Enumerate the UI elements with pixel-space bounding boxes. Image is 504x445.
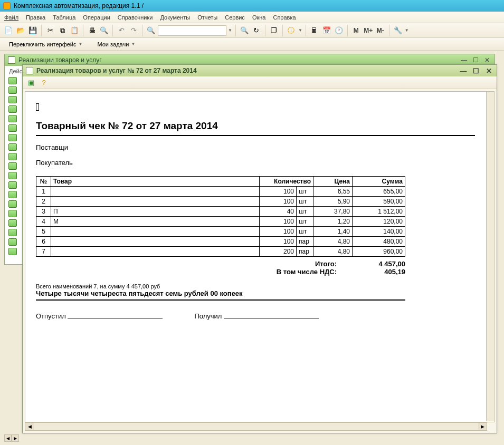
cell-unit: пар	[297, 237, 313, 247]
find-icon[interactable]: 🔍	[239, 25, 250, 36]
scroll-right-icon[interactable]: ▶	[478, 423, 487, 430]
paste-icon[interactable]: 📋	[69, 25, 80, 36]
receipt-toolbar: ▣ ?	[23, 76, 497, 89]
status-row-icon	[8, 153, 17, 160]
cell-num: 7	[36, 247, 51, 257]
search-input[interactable]	[158, 25, 226, 36]
cell-price: 4,80	[313, 237, 353, 247]
table-row: 6100пар4,80480,00	[36, 237, 405, 247]
window-sales-list-title: Реализации товаров и услуг	[18, 56, 102, 64]
table-row: 5100шт1,40140,00	[36, 227, 405, 237]
status-row-icon	[8, 86, 17, 94]
save-doc-icon[interactable]: ▣	[26, 78, 36, 88]
memory-mminus[interactable]: M-	[375, 25, 386, 36]
menu-operations[interactable]: Операции	[83, 14, 110, 21]
cell-product	[51, 237, 260, 247]
menu-windows[interactable]: Окна	[252, 14, 266, 21]
memory-mplus[interactable]: M+	[363, 25, 374, 36]
print-icon[interactable]: 🖶	[87, 25, 97, 36]
cell-sum: 140,00	[353, 227, 405, 237]
menu-documents[interactable]: Документы	[160, 14, 190, 21]
close-icon[interactable]: ✕	[483, 56, 491, 64]
scroll-left-icon[interactable]: ◀	[4, 434, 12, 442]
menubar: Файл Правка Таблица Операции Справочники…	[0, 12, 504, 23]
outer-hscroll[interactable]: ◀ ▶	[4, 434, 20, 442]
status-row-icon	[8, 181, 17, 189]
save-icon[interactable]: 💾	[27, 25, 38, 36]
status-row-icon	[8, 105, 17, 113]
summary-words: Четыре тысячи четыреста пятьдесят семь р…	[36, 289, 405, 301]
status-row-icon	[8, 124, 17, 132]
cut-icon[interactable]: ✂	[45, 25, 55, 36]
calc-icon[interactable]: 🖩	[309, 25, 320, 36]
scroll-right-icon[interactable]: ▶	[12, 434, 19, 442]
new-icon[interactable]: 📄	[3, 25, 14, 36]
total-value: 4 457,00	[353, 260, 405, 268]
tools-icon[interactable]: 🔧	[393, 25, 403, 36]
menu-references[interactable]: Справочники	[118, 14, 153, 21]
my-tasks-button[interactable]: Мои задачи▼	[92, 40, 140, 49]
open-icon[interactable]: 📂	[15, 25, 26, 36]
calendar-icon[interactable]: 📅	[321, 25, 332, 36]
vertical-scrollbar[interactable]	[486, 91, 495, 421]
status-row-icon	[8, 200, 17, 208]
redo-icon[interactable]: ↷	[128, 25, 139, 36]
minimize-icon[interactable]: —	[459, 67, 468, 74]
secondary-toolbar: Переключить интерфейс▼ Мои задачи▼	[0, 38, 504, 51]
cell-sum: 1 512,00	[353, 207, 405, 217]
copy-icon[interactable]: ⧉	[57, 25, 68, 36]
cell-num: 6	[36, 237, 51, 247]
status-row-icon	[8, 134, 17, 141]
window-receipt-header[interactable]: Реализация товаров и услуг № 72 от 27 ма…	[23, 65, 497, 76]
table-row: 4М100шт1,20120,00	[36, 217, 405, 227]
table-row: 3П40шт37,801 512,00	[36, 207, 405, 217]
cell-qty: 100	[260, 217, 297, 227]
received-sign-line	[224, 318, 319, 318]
preview-icon[interactable]: 🔍	[99, 25, 109, 36]
info-dropdown-icon[interactable]: ▼	[298, 28, 302, 33]
menu-reports[interactable]: Отчеты	[197, 14, 217, 21]
menu-service[interactable]: Сервис	[225, 14, 245, 21]
summary-block: Всего наименований 7, на сумму 4 457,00 …	[36, 283, 475, 301]
cell-unit: шт	[297, 217, 313, 227]
cell-num: 2	[36, 197, 51, 207]
close-icon[interactable]: ✕	[484, 67, 493, 74]
status-row-icon	[8, 219, 17, 227]
main-toolbar: 📄 📂 💾 ✂ ⧉ 📋 🖶 🔍 ↶ ↷ 🔍 ▼ 🔍 ↻ ❐ ⓘ ▼ 🖩 📅 🕐 …	[0, 23, 504, 38]
app-titlebar: Комплексная автоматизация, редакция 1.1 …	[0, 0, 504, 12]
status-row-icon	[8, 77, 17, 84]
zoom-icon[interactable]: 🔍	[146, 25, 156, 36]
undo-icon[interactable]: ↶	[116, 25, 127, 36]
clock-icon[interactable]: 🕐	[334, 25, 344, 36]
cell-qty: 100	[260, 197, 297, 207]
menu-help[interactable]: Справка	[273, 14, 296, 21]
col-sum: Сумма	[353, 177, 405, 187]
scroll-left-icon[interactable]: ◀	[25, 423, 34, 430]
document-page: Товарный чек № 72 от 27 марта 2014 Поста…	[25, 92, 494, 331]
total-label: Итого:	[315, 260, 337, 268]
cell-qty: 40	[260, 207, 297, 217]
menu-table[interactable]: Таблица	[53, 14, 75, 21]
cursor-mark	[36, 103, 39, 111]
refresh-icon[interactable]: ↻	[251, 25, 262, 36]
cell-unit: шт	[297, 207, 313, 217]
menu-file[interactable]: Файл	[4, 14, 18, 21]
maximize-icon[interactable]: ☐	[471, 56, 480, 64]
memory-m[interactable]: M	[351, 25, 362, 36]
windows-icon[interactable]: ❐	[269, 25, 279, 36]
status-row-icon	[8, 238, 17, 246]
cell-qty: 100	[260, 227, 297, 237]
switch-interface-button[interactable]: Переключить интерфейс▼	[4, 40, 87, 49]
search-dropdown-icon[interactable]: ▼	[228, 28, 232, 33]
horizontal-scrollbar[interactable]: ◀ ▶	[25, 422, 487, 431]
maximize-icon[interactable]: ☐	[471, 67, 481, 74]
document-viewport[interactable]: Товарный чек № 72 от 27 марта 2014 Поста…	[25, 91, 495, 422]
menu-edit[interactable]: Правка	[26, 14, 45, 21]
help-icon[interactable]: ?	[39, 78, 49, 88]
cell-unit: пар	[297, 247, 313, 257]
info-icon[interactable]: ⓘ	[286, 25, 297, 36]
tools-dropdown-icon[interactable]: ▼	[405, 28, 409, 33]
released-label: Отпустил	[36, 312, 66, 320]
minimize-icon[interactable]: —	[460, 56, 468, 64]
cell-product: М	[51, 217, 260, 227]
